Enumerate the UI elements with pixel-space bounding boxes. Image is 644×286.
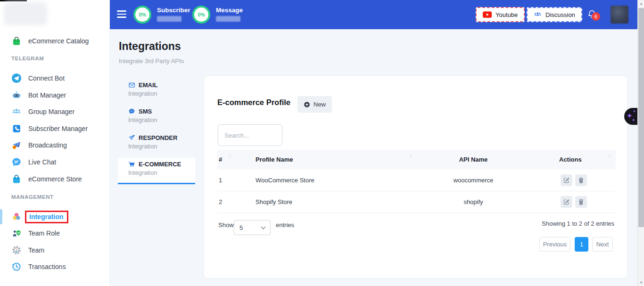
sidebar-item-connect-bot[interactable]: Connect Bot [0, 70, 110, 87]
sidebar-section-management: MANAGEMENT [11, 194, 54, 200]
subscriber-percent: 0% [139, 12, 146, 17]
sidebar-item-label: Team [28, 246, 44, 254]
edit-button[interactable] [561, 174, 572, 186]
email-icon [128, 82, 135, 89]
tab-ecommerce-integration[interactable]: E-COMMERCE Integration [118, 158, 195, 184]
sidebar-item-bot-manager[interactable]: Bot Manager [0, 87, 110, 104]
cell-profile-name: Shopify Store [256, 191, 292, 213]
new-button-label: New [314, 101, 326, 108]
column-header-actions[interactable]: Actions [559, 150, 582, 170]
shopping-bag-blue-icon [11, 174, 22, 184]
tab-responder-integration[interactable]: RESPONDER Integration [118, 131, 195, 158]
tab-sms-integration[interactable]: SMS Integration [118, 105, 195, 131]
scrollbar-up-arrow[interactable]: ▲ [638, 2, 644, 5]
message-percent: 0% [198, 12, 205, 17]
pagination-page-1-button[interactable]: 1 [575, 237, 588, 252]
user-avatar[interactable] [611, 6, 628, 24]
sidebar-item-label: Subscriber Manager [28, 125, 88, 132]
cell-num: 2 [219, 191, 222, 213]
table-header: # ↑↓ Profile Name ↑↓ API Name Actions ↑↓ [217, 150, 616, 170]
sparkle-icon: ✦ [632, 118, 636, 123]
sidebar-item-integration[interactable]: Integration [0, 208, 110, 225]
search-input[interactable] [218, 124, 282, 146]
new-button[interactable]: New [297, 96, 332, 113]
sidebar-item-label: Team Role [28, 229, 60, 237]
edit-button[interactable] [561, 196, 572, 208]
show-label: Show [218, 221, 234, 229]
plus-circle-icon [304, 101, 310, 108]
sidebar-item-broadcasting[interactable]: Broadcasting [0, 137, 110, 154]
sms-icon [128, 108, 135, 115]
sort-icon[interactable]: ↑↓ [228, 153, 231, 158]
sidebar-item-ecommerce-catalog[interactable]: eCommerce Catalog [0, 33, 110, 49]
integration-subnav: EMAIL Integration SMS Integration RESPON… [118, 79, 195, 184]
broadcast-icon [11, 140, 22, 150]
page-size-select[interactable]: 5 [234, 220, 271, 235]
sidebar-item-group-manager[interactable]: Group Manager [0, 103, 110, 120]
sidebar-item-label: Transactions [28, 263, 66, 270]
sort-icon[interactable]: ↑↓ [409, 153, 412, 158]
message-stat-value-redacted [216, 16, 240, 22]
tab-subtitle: Integration [128, 169, 195, 176]
column-header-num[interactable]: # [219, 150, 222, 170]
logo-top-line [0, 0, 27, 1]
sidebar-item-live-chat[interactable]: Live Chat [0, 154, 110, 171]
gear-person-icon [11, 245, 22, 255]
discussion-people-icon [534, 11, 542, 19]
scrollbar-down-arrow[interactable]: ▼ [638, 281, 644, 284]
robot-icon [11, 90, 22, 100]
pagination-next-button[interactable]: Next [592, 237, 613, 252]
sidebar-item-transactions[interactable]: Transactions [0, 258, 110, 275]
sidebar-item-label: Bot Manager [28, 91, 66, 99]
app-logo [4, 2, 47, 25]
scrollbar[interactable]: ▲ ▼ [637, 0, 644, 286]
tab-subtitle: Integration [128, 116, 195, 123]
hamburger-menu-icon[interactable] [117, 10, 126, 20]
ecommerce-profile-card: E-commerce Profile New # ↑↓ Profile Name… [204, 75, 627, 278]
cell-api-name: shopify [436, 191, 511, 213]
entries-label: entries [276, 221, 294, 229]
sidebar-item-label: Group Manager [28, 108, 74, 115]
youtube-button-label: Youtube [495, 11, 518, 18]
tab-subtitle: Integration [128, 143, 195, 150]
row-actions [561, 170, 587, 191]
column-header-profile-name[interactable]: Profile Name [256, 150, 293, 170]
person-shield-icon [11, 228, 22, 238]
group-icon [11, 106, 22, 117]
cell-profile-name: WooCommerce Store [256, 170, 314, 191]
cell-num: 1 [219, 170, 222, 191]
youtube-button[interactable]: Youtube [476, 7, 525, 22]
discussion-button[interactable]: Discussion [527, 7, 582, 22]
trash-icon [578, 177, 585, 184]
trash-icon [578, 198, 585, 205]
sidebar-item-label: Connect Bot [28, 74, 65, 82]
main-content: Integrations Integrate 3rd Party APIs EM… [110, 29, 637, 286]
delete-button[interactable] [575, 174, 587, 186]
delete-button[interactable] [575, 196, 587, 208]
sidebar-item-team[interactable]: Team [0, 242, 110, 259]
card-title: E-commerce Profile [217, 98, 290, 107]
tab-title: E-COMMERCE [139, 161, 181, 168]
sidebar-item-label: Integration [29, 213, 63, 221]
sidebar-item-ecommerce-store[interactable]: eCommerce Store [0, 171, 110, 188]
sidebar-item-team-role[interactable]: Team Role [0, 225, 110, 242]
scrollbar-thumb[interactable] [638, 8, 644, 227]
tab-subtitle: Integration [128, 90, 195, 97]
message-stat-label: Message [216, 7, 243, 14]
phonebook-icon [11, 123, 22, 134]
pagination-previous-button[interactable]: Previous [539, 237, 570, 252]
edit-icon [563, 198, 570, 205]
page-subtitle: Integrate 3rd Party APIs [119, 57, 184, 65]
column-header-api-name[interactable]: API Name [436, 150, 511, 170]
subscriber-stat-value-redacted [157, 16, 182, 22]
sidebar-section-telegram: TELEGRAM [11, 56, 44, 61]
tab-title: SMS [139, 108, 152, 115]
sidebar-item-subscriber-manager[interactable]: Subscriber Manager [0, 120, 110, 137]
sidebar-item-label: Broadcasting [28, 141, 67, 149]
subscriber-progress-circle: 0% [133, 6, 151, 24]
shopping-bag-green-icon [11, 36, 22, 46]
ai-assistant-button[interactable]: ✦ ✦ ✦ [624, 108, 637, 125]
sidebar-item-label: eCommerce Store [28, 175, 82, 183]
sort-icon[interactable]: ↑↓ [608, 153, 611, 158]
tab-email-integration[interactable]: EMAIL Integration [118, 79, 195, 105]
